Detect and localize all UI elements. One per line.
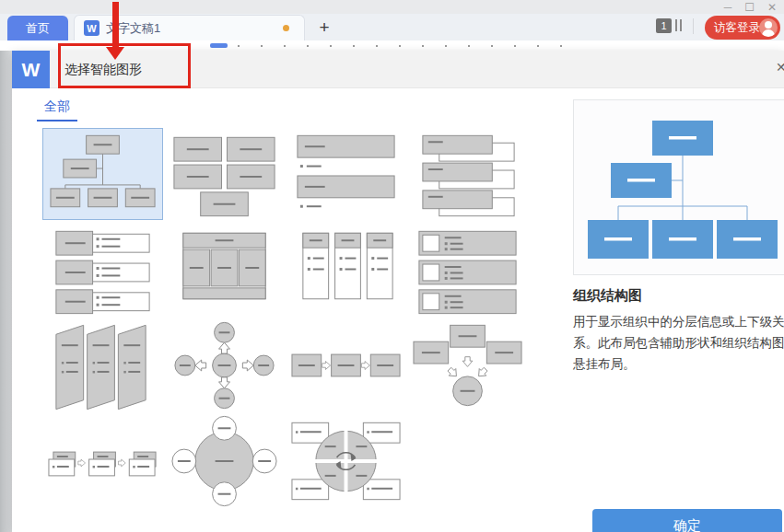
smartart-thumb-picture-accent-list[interactable] — [407, 224, 528, 316]
app-window: ─ ☐ ✕ 首页 W 文字文稿1 + 1 访客登录 W 选择智能图形 ✕ — [0, 0, 784, 532]
avatar-icon — [759, 18, 778, 37]
unsaved-dot-icon — [283, 25, 289, 31]
close-icon[interactable]: ✕ — [767, 2, 777, 13]
background-window-edge — [0, 51, 12, 532]
smartart-dialog: W 选择智能图形 ✕ 全部 — [12, 51, 784, 532]
new-tab-button[interactable]: + — [314, 17, 334, 38]
detail-description: 用于显示组织中的分层信息或上下级关系。此布局包含辅助形状和组织结构图悬挂布局。 — [573, 311, 784, 375]
smartart-thumb-table-hierarchy[interactable] — [164, 224, 285, 316]
smartart-thumb-picture-grid[interactable] — [164, 128, 285, 220]
annotation-arrow-icon — [112, 2, 119, 47]
smartart-thumb-picture-caption-list[interactable] — [42, 224, 163, 316]
smartart-thumb-basic-radial[interactable] — [164, 415, 285, 507]
smartart-thumb-diverging-radial[interactable] — [164, 319, 285, 411]
split-view-icon[interactable] — [675, 19, 682, 31]
smartart-thumb-offset-list[interactable] — [407, 128, 528, 220]
guest-login-label: 访客登录 — [714, 20, 760, 36]
dialog-title: 选择智能图形 — [64, 51, 142, 88]
smartart-thumb-quadrant-cycle[interactable] — [286, 415, 406, 507]
ok-button[interactable]: 确定 — [592, 509, 782, 532]
maximize-icon[interactable]: ☐ — [744, 2, 755, 13]
window-count-badge[interactable]: 1 — [656, 18, 672, 33]
smartart-preview — [573, 99, 784, 275]
minimize-icon[interactable]: ─ — [724, 2, 732, 13]
guest-login-button[interactable]: 访客登录 — [705, 16, 780, 40]
annotation-arrowhead-icon — [106, 47, 124, 60]
smartart-thumb-converging-arrows[interactable] — [407, 319, 528, 411]
smartart-thumb-basic-process[interactable] — [286, 319, 406, 411]
smartart-thumb-vertical-bullet-list[interactable] — [286, 128, 406, 220]
smartart-thumb-organization-chart[interactable] — [42, 128, 163, 220]
tab-home[interactable]: 首页 — [7, 16, 68, 40]
dialog-header: W 选择智能图形 ✕ — [12, 51, 784, 88]
wps-writer-icon: W — [84, 20, 99, 36]
dialog-close-icon[interactable]: ✕ — [776, 60, 784, 75]
smartart-grid — [42, 128, 528, 507]
smartart-thumb-angled-list[interactable] — [42, 319, 163, 411]
ruler-ticks — [238, 45, 569, 47]
wps-logo-icon: W — [12, 51, 50, 88]
divider — [693, 18, 694, 34]
ruler-indicator — [210, 43, 228, 48]
smartart-thumb-process-documents[interactable] — [42, 415, 163, 507]
tab-document[interactable]: W 文字文稿1 — [74, 15, 305, 40]
filter-tab-all[interactable]: 全部 — [37, 98, 77, 121]
detail-title: 组织结构图 — [573, 287, 642, 305]
smartart-thumb-column-list[interactable] — [286, 224, 406, 316]
tab-document-label: 文字文稿1 — [106, 20, 283, 37]
